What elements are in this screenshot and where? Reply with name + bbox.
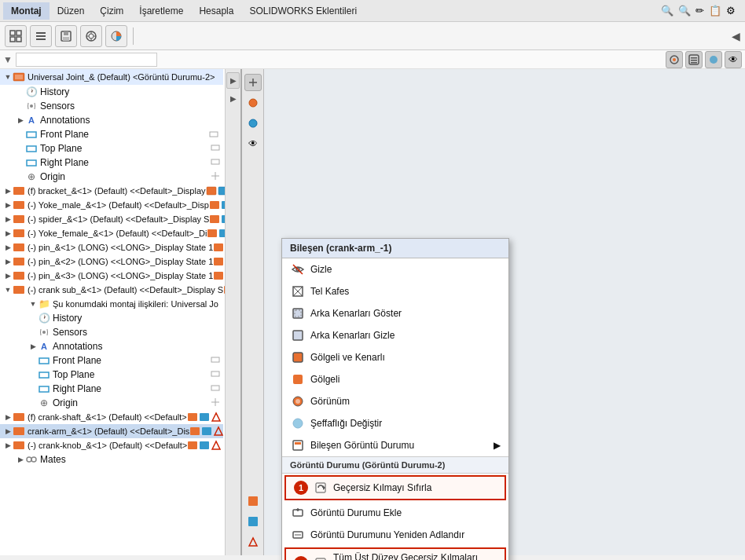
tree-mates[interactable]: ▶ Mates [0, 452, 223, 467]
tree-history1[interactable]: ▶ 🕐 History [0, 85, 223, 99]
tool-btn6[interactable] [244, 513, 262, 530]
toolbar-gear-icon[interactable]: ⚙ [726, 5, 736, 16]
toolbar-search-icon[interactable]: 🔍 [661, 5, 673, 16]
tree-yoke-male[interactable]: ▶ (-) Yoke_male_&<1> (Default) <<Default… [0, 198, 223, 212]
tree-frontplane1[interactable]: ▶ Front Plane [0, 127, 223, 141]
tree-crankarm[interactable]: ▶ crank-arm_&<1> (Default) <<Default>_Di… [0, 424, 223, 438]
cm-tum-ust-gecersiz[interactable]: 2 Tüm Üst Düzey Geçersiz Kılmaları Sıfır… [286, 549, 505, 560]
sensors1-icon [25, 100, 38, 112]
tool-btn5[interactable] [244, 492, 262, 510]
cm-gorunum[interactable]: Görünüm [282, 390, 508, 412]
crankshaft-label: (f) crank-shaft_&<1> (Default) <<Default… [28, 412, 187, 422]
tree-annotations2[interactable]: ▶ A Annotations [0, 339, 223, 353]
pin3-expander[interactable]: ▶ [3, 271, 13, 280]
crankshaft-expander[interactable]: ▶ [3, 412, 13, 422]
pin1-expander[interactable]: ▶ [3, 243, 13, 252]
tree-topplane1[interactable]: ▶ Top Plane [0, 141, 223, 156]
cm-gorunum-icon [290, 393, 306, 409]
cm-golgeli[interactable]: Gölgeli [282, 368, 508, 390]
tool-btn1[interactable] [244, 74, 262, 91]
menu-hesapla[interactable]: Hesapla [191, 2, 241, 20]
menu-montaj[interactable]: Montaj [3, 2, 50, 20]
tree-rightplane2[interactable]: ▶ Right Plane [0, 382, 223, 396]
cm-bilesen-goruntu[interactable]: Bileşen Görüntü Durumu ▶ [282, 434, 508, 456]
cm-arka-kenar-goster[interactable]: Arka Kenarları Göster [282, 302, 508, 324]
menu-cizim[interactable]: Çizim [92, 2, 131, 20]
tree-pin3[interactable]: ▶ (-) pin_&<3> (LONG) <<LONG>_Display St… [0, 269, 223, 283]
view-toggle-btn4[interactable]: 👁 [725, 51, 742, 68]
svg-rect-78 [200, 413, 209, 421]
cm-seffafligi[interactable]: Şeffaflığı Değiştir [282, 412, 508, 434]
panel-tab1[interactable]: ▶ [226, 72, 240, 89]
su-konum-expander[interactable]: ▼ [28, 299, 38, 309]
menu-isaretleme[interactable]: İşaretleme [131, 2, 191, 20]
cm-arka-kenar-gizle[interactable]: Arka Kenarları Gizle [282, 324, 508, 346]
tree-rightplane1[interactable]: ▶ Right Plane [0, 156, 223, 170]
cm-golgeli-kenarli[interactable]: Gölgeli ve Kenarlı [282, 346, 508, 368]
tool-btn4[interactable]: 👁 [244, 135, 262, 152]
toolbar-btn-save[interactable] [55, 25, 77, 47]
toolbar-btn-list[interactable] [30, 25, 52, 47]
tree-pin1[interactable]: ▶ (-) pin_&<1> (LONG) <<LONG>_Display St… [0, 240, 223, 254]
rightplane1-right-icon [211, 157, 220, 167]
tree-bracket[interactable]: ▶ (f) bracket_&<1> (Default) <<Default>_… [0, 184, 223, 198]
toolbar-search2-icon[interactable]: 🔍 [678, 5, 691, 16]
tool-btn2[interactable] [244, 94, 262, 112]
tree-frontplane2[interactable]: ▶ Front Plane [0, 353, 223, 368]
tree-yoke-female[interactable]: ▶ (-) Yoke_female_&<1> (Default) <<Defau… [0, 226, 223, 240]
tree-crankshaft[interactable]: ▶ (f) crank-shaft_&<1> (Default) <<Defau… [0, 410, 223, 424]
filter-input[interactable] [16, 53, 157, 67]
view-toggle-btn3[interactable] [705, 51, 722, 68]
crankarm-expander[interactable]: ▶ [3, 426, 13, 436]
svg-rect-43 [13, 215, 24, 223]
yoke-female-expander[interactable]: ▶ [3, 229, 13, 238]
annotations2-expander[interactable]: ▶ [28, 342, 38, 351]
tool-btn7[interactable] [244, 533, 262, 551]
svg-rect-22 [691, 62, 697, 64]
topplane2-right-icon [211, 369, 220, 379]
tree-annotations1[interactable]: ▶ A Annotations [0, 113, 223, 127]
tree-origin2[interactable]: ▶ ⊕ Origin [0, 396, 223, 410]
yoke-male-expander[interactable]: ▶ [3, 200, 13, 210]
tree-root-node[interactable]: ▼ Universal Joint_& (Default) <Görüntü D… [0, 69, 223, 85]
toolbar-pencil-icon[interactable]: ✏ [695, 5, 704, 16]
tool-btn3[interactable] [244, 115, 262, 132]
cm-goruntu-ekle[interactable]: Görüntü Durumu Ekle [282, 502, 508, 524]
cm-gizle[interactable]: Gizle [282, 258, 508, 280]
panel-tab2[interactable]: ▶ [227, 91, 239, 106]
menu-duzen[interactable]: Düzen [50, 2, 93, 20]
annotations1-expander[interactable]: ▶ [16, 115, 25, 125]
tree-su-konum[interactable]: ▼ 📁 Şu konumdaki montaj ilişkileri: Univ… [0, 297, 223, 311]
tree-spider[interactable]: ▶ (-) spider_&<1> (Default) <<Default>_D… [0, 212, 223, 226]
bracket-expander[interactable]: ▶ [3, 186, 13, 196]
spider-expander[interactable]: ▶ [3, 214, 13, 224]
svg-rect-31 [27, 160, 36, 166]
crank-sub-expander[interactable]: ▼ [3, 285, 13, 295]
tree-history2[interactable]: ▶ 🕐 History [0, 311, 223, 325]
tree-topplane2[interactable]: ▶ Top Plane [0, 368, 223, 382]
pin2-expander[interactable]: ▶ [3, 257, 13, 266]
tree-origin1[interactable]: ▶ ⊕ Origin [0, 170, 223, 184]
toolbar-btn-pie[interactable] [105, 25, 127, 47]
tree-crankknob[interactable]: ▶ (-) crank-knob_&<1> (Default) <<Defaul… [0, 438, 223, 452]
crankknob-expander[interactable]: ▶ [3, 441, 13, 450]
cm-gecersiz-sifirla[interactable]: 1 Geçersiz Kılmayı Sıfırla [286, 477, 505, 499]
toolbar-collapse-btn[interactable]: ◀ [732, 30, 740, 42]
cm-arka-kenar-goster-label: Arka Kenarları Göster [310, 308, 402, 319]
cm-tel-kafes[interactable]: Tel Kafes [282, 280, 508, 302]
view-toggle-btn1[interactable] [666, 51, 683, 68]
toolbar-btn-grid[interactable] [5, 25, 27, 47]
tree-crank-sub[interactable]: ▼ (-) crank sub_&<1> (Default) <<Default… [0, 283, 223, 297]
tree-sensors2[interactable]: ▶ Sensors [0, 325, 223, 339]
svg-marker-79 [212, 413, 220, 421]
menu-eklentiler[interactable]: SOLIDWORKS Eklentileri [241, 2, 365, 20]
toolbar-clipboard-icon[interactable]: 📋 [709, 5, 721, 16]
tree-pin2[interactable]: ▶ (-) pin_&<2> (LONG) <<LONG>_Display St… [0, 254, 223, 269]
mates-expander[interactable]: ▶ [16, 455, 25, 464]
root-expander[interactable]: ▼ [3, 72, 13, 82]
yoke-female-icon [13, 227, 25, 240]
view-toggle-btn2[interactable] [685, 51, 703, 68]
cm-goruntu-yeniden[interactable]: Görüntü Durumunu Yeniden Adlandır [282, 524, 508, 546]
toolbar-btn-target[interactable] [80, 25, 102, 47]
tree-sensors1[interactable]: ▶ Sensors [0, 99, 223, 113]
